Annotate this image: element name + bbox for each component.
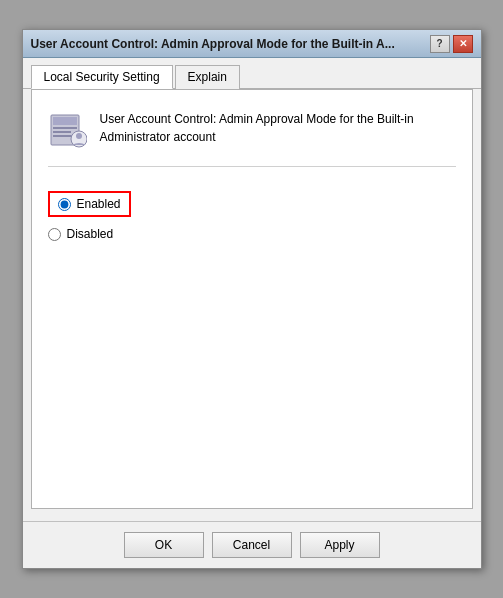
content-panel: User Account Control: Admin Approval Mod… [31,89,473,509]
disabled-radio[interactable] [48,228,61,241]
close-button[interactable]: ✕ [453,35,473,53]
tab-bar: Local Security Setting Explain [23,58,481,89]
svg-rect-4 [53,135,73,137]
svg-rect-2 [53,127,77,129]
ok-button[interactable]: OK [124,532,204,558]
svg-rect-1 [53,117,77,125]
policy-icon [48,110,88,150]
window-title: User Account Control: Admin Approval Mod… [31,37,424,51]
footer: OK Cancel Apply [23,521,481,568]
enabled-highlight-box: Enabled [48,191,131,217]
help-button[interactable]: ? [430,35,450,53]
enabled-option[interactable]: Enabled [58,197,121,211]
enabled-label: Enabled [77,197,121,211]
main-window: User Account Control: Admin Approval Mod… [22,29,482,569]
disabled-option[interactable]: Disabled [48,227,456,241]
options-section: Enabled Disabled [48,183,456,259]
tab-local-security-setting[interactable]: Local Security Setting [31,65,173,89]
policy-description: User Account Control: Admin Approval Mod… [100,110,414,146]
content-area: User Account Control: Admin Approval Mod… [23,89,481,517]
cancel-button[interactable]: Cancel [212,532,292,558]
policy-svg-icon [49,111,87,149]
svg-rect-3 [53,131,71,133]
title-bar: User Account Control: Admin Approval Mod… [23,30,481,58]
title-bar-buttons: ? ✕ [430,35,473,53]
disabled-label: Disabled [67,227,114,241]
svg-point-6 [76,133,82,139]
tab-explain[interactable]: Explain [175,65,240,89]
apply-button[interactable]: Apply [300,532,380,558]
disabled-option-wrapper: Disabled [48,227,456,241]
info-section: User Account Control: Admin Approval Mod… [48,102,456,167]
enabled-radio[interactable] [58,198,71,211]
